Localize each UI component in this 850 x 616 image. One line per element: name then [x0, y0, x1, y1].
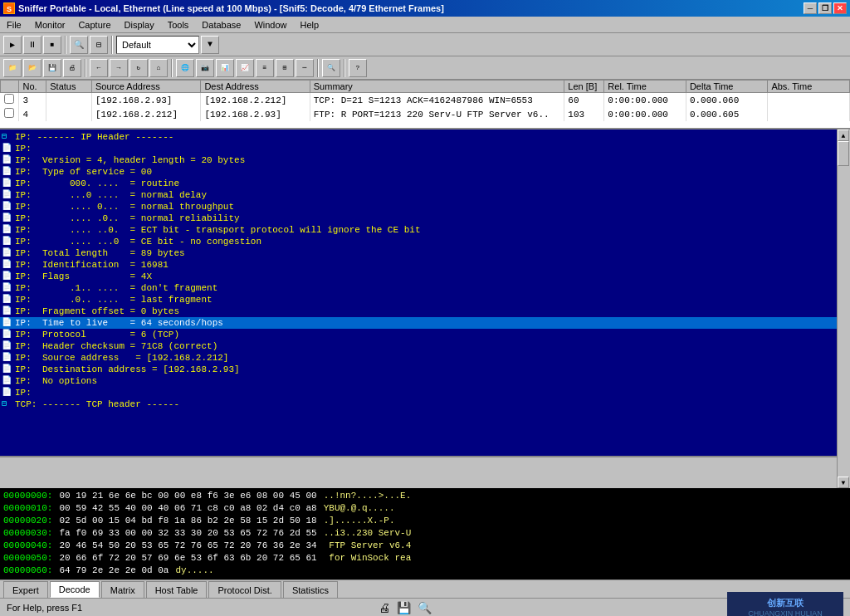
decode-line[interactable]: 📄IP: ...0 .... = normal delay — [0, 189, 837, 201]
row-len: 60 — [564, 93, 604, 108]
row-checkbox[interactable] — [1, 93, 19, 108]
hex-bytes: 00 59 42 55 40 00 40 06 71 c8 c0 a8 02 d… — [59, 502, 316, 515]
tb2-list[interactable]: ≡ — [256, 59, 274, 77]
row-abs — [768, 107, 850, 121]
tb2-net[interactable]: 🌐 — [176, 59, 194, 77]
tb2-stats[interactable]: 📊 — [216, 59, 234, 77]
hex-lines: 00000000:00 19 21 6e 6e bc 00 00 e8 f6 3… — [3, 490, 847, 577]
decode-scrollbar[interactable]: ▲ ▼ — [837, 130, 850, 488]
tb2-graph[interactable]: ⋯ — [296, 59, 314, 77]
menu-help[interactable]: Help — [294, 18, 326, 32]
doc-icon: 📄 — [2, 317, 13, 329]
decode-line[interactable]: 📄IP: — [0, 387, 837, 398]
tb2-save[interactable]: 💾 — [43, 59, 61, 77]
menu-file[interactable]: File — [0, 18, 28, 32]
doc-icon: 📄 — [2, 166, 13, 178]
decode-line[interactable]: ⊟ IP: ------- IP Header ------- — [0, 131, 837, 143]
table-row[interactable]: 3 [192.168.2.93] [192.168.2.212] TCP: D=… — [1, 93, 850, 108]
tb-play[interactable]: ▶ — [3, 36, 22, 54]
hex-ascii: dy..... — [175, 565, 213, 577]
filter-select[interactable]: Default — [116, 36, 199, 54]
tab-host-table[interactable]: Host Table — [146, 581, 208, 598]
tb-stop[interactable]: ■ — [43, 36, 61, 54]
tb2-help[interactable]: ? — [349, 59, 367, 77]
decode-line[interactable]: 📄IP: Version = 4, header length = 20 byt… — [0, 154, 837, 166]
menu-window[interactable]: Window — [247, 18, 293, 32]
tb2-forward[interactable]: → — [110, 59, 128, 77]
decode-line[interactable]: 📄IP: .... ..0. = ECT bit - transport pro… — [0, 224, 837, 236]
decode-lines: ⊟ IP: ------- IP Header -------📄IP:📄IP: … — [0, 131, 837, 410]
decode-line[interactable]: ⊟ TCP: ------- TCP header ------ — [0, 398, 837, 410]
col-header-status[interactable]: Status — [46, 81, 92, 93]
restore-button[interactable]: ❐ — [818, 2, 832, 14]
col-header-len[interactable]: Len [B] — [564, 81, 604, 93]
tab-protocol-dist.[interactable]: Protocol Dist. — [208, 581, 281, 598]
col-header-summary[interactable]: Summary — [310, 81, 564, 93]
tb2-table[interactable]: ⊞ — [276, 59, 294, 77]
hex-ascii: .]......X.-P. — [324, 515, 395, 527]
menu-database[interactable]: Database — [195, 18, 247, 32]
decode-line[interactable]: 📄IP: .0.. .... = last fragment — [0, 294, 837, 306]
row-checkbox[interactable] — [1, 107, 19, 121]
decode-line[interactable]: 📄IP: .1.. .... = don't fragment — [0, 282, 837, 294]
decode-line[interactable]: 📄IP: Total length = 89 bytes — [0, 247, 837, 259]
decode-line[interactable]: 📄IP: .... ...0 = CE bit - no congestion — [0, 236, 837, 247]
decode-line[interactable]: 📄IP: Source address = [192.168.2.212] — [0, 352, 837, 364]
tab-statistics[interactable]: Statistics — [283, 581, 338, 598]
tb2-capture[interactable]: 📷 — [196, 59, 214, 77]
tb2-new[interactable]: 📁 — [3, 59, 22, 77]
decode-line[interactable]: 📄IP: Fragment offset = 0 bytes — [0, 306, 837, 317]
decode-line[interactable]: 📄IP: No options — [0, 375, 837, 387]
row-abs — [768, 93, 850, 108]
tb2-print[interactable]: 🖨 — [63, 59, 81, 77]
tb-pause[interactable]: ⏸ — [23, 36, 42, 54]
decode-text: IP: Identification = 16981 — [15, 259, 169, 271]
menu-capture[interactable]: Capture — [71, 18, 117, 32]
hex-bytes: 02 5d 00 15 04 bd f8 1a 86 b2 2e 58 15 2… — [59, 515, 316, 527]
tab-matrix[interactable]: Matrix — [101, 581, 144, 598]
table-row[interactable]: 4 [192.168.2.212] [192.168.2.93] FTP: R … — [1, 107, 850, 121]
decode-line[interactable]: 📄IP: Header checksum = 71C8 (correct) — [0, 340, 837, 352]
col-header-no[interactable]: No. — [19, 81, 46, 93]
decode-line[interactable]: 📄IP: .... .0.. = normal reliability — [0, 213, 837, 224]
tb-filter[interactable]: ⊟ — [90, 36, 108, 54]
scroll-up-btn[interactable]: ▲ — [838, 130, 849, 141]
tab-decode[interactable]: Decode — [50, 581, 100, 598]
decode-line[interactable]: 📄IP: Flags = 4X — [0, 271, 837, 282]
decode-line[interactable]: 📄IP: Type of service = 00 — [0, 166, 837, 178]
tab-expert[interactable]: Expert — [3, 581, 48, 598]
decode-line[interactable]: 📄IP: Time to live = 64 seconds/hops — [0, 317, 837, 329]
menu-monitor[interactable]: Monitor — [28, 18, 72, 32]
tb2-open[interactable]: 📂 — [23, 59, 42, 77]
decode-panel[interactable]: ⊟ IP: ------- IP Header -------📄IP:📄IP: … — [0, 130, 837, 457]
col-header-delta[interactable]: Delta Time — [686, 81, 768, 93]
tb2-find[interactable]: 🔍 — [322, 59, 340, 77]
decode-text: IP: Time to live = 64 seconds/hops — [15, 317, 223, 329]
col-header-abs[interactable]: Abs. Time — [768, 81, 850, 93]
close-button[interactable]: ✕ — [833, 2, 847, 14]
decode-line[interactable]: 📄IP: .... 0... = normal throughput — [0, 201, 837, 213]
main-container: No. Status Source Address Dest Address S… — [0, 80, 850, 579]
col-header-dst[interactable]: Dest Address — [201, 81, 310, 93]
col-header-src[interactable]: Source Address — [92, 81, 201, 93]
decode-line[interactable]: 📄IP: Destination address = [192.168.2.93… — [0, 364, 837, 375]
scroll-down-btn[interactable]: ▼ — [838, 477, 849, 488]
decode-line[interactable]: 📄IP: 000. .... = routine — [0, 178, 837, 189]
menu-tools[interactable]: Tools — [161, 18, 196, 32]
tb2-home[interactable]: ⌂ — [149, 59, 168, 77]
tb-search[interactable]: 🔍 — [70, 36, 88, 54]
tb2-refresh[interactable]: ↻ — [129, 59, 148, 77]
decode-line[interactable]: 📄IP: — [0, 143, 837, 154]
tb2-back[interactable]: ← — [90, 59, 108, 77]
decode-text: IP: No options — [15, 375, 97, 387]
tb-dropdown[interactable]: ▼ — [201, 36, 219, 54]
doc-icon: 📄 — [2, 306, 13, 317]
col-header-rel[interactable]: Rel. Time — [604, 81, 686, 93]
decode-line[interactable]: 📄IP: Protocol = 6 (TCP) — [0, 329, 837, 340]
sep5 — [317, 59, 319, 77]
tb2-chart[interactable]: 📈 — [236, 59, 254, 77]
scroll-thumb[interactable] — [838, 141, 849, 166]
decode-line[interactable]: 📄IP: Identification = 16981 — [0, 259, 837, 271]
menu-display[interactable]: Display — [118, 18, 161, 32]
minimize-button[interactable]: ─ — [804, 2, 817, 14]
